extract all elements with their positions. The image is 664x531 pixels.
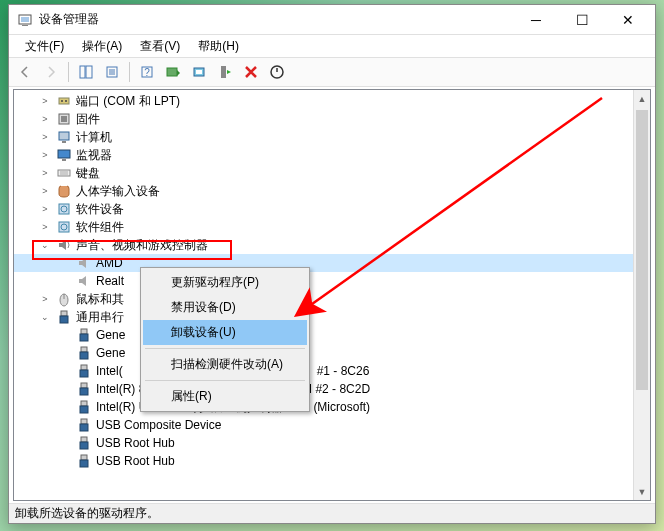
svg-rect-50 [81, 455, 87, 460]
tree-item-label: Gene [96, 326, 129, 344]
tree-item[interactable]: >鼠标和其 [14, 290, 650, 308]
svg-rect-49 [80, 442, 88, 449]
back-button[interactable] [13, 60, 37, 84]
tree-item[interactable]: Gene [14, 344, 650, 362]
tree-item-label: 软件组件 [76, 218, 128, 236]
svg-text:?: ? [144, 67, 150, 78]
vertical-scrollbar[interactable]: ▲ ▼ [633, 90, 650, 500]
software-icon [56, 201, 72, 217]
tree-item-label: 键盘 [76, 164, 104, 182]
svg-rect-2 [22, 25, 28, 26]
svg-point-18 [65, 100, 67, 102]
svg-rect-16 [59, 98, 69, 104]
expand-icon[interactable]: > [38, 112, 52, 126]
tree-item[interactable]: Realt [14, 272, 650, 290]
context-separator [145, 348, 305, 349]
tree-item[interactable]: Intel(#1 - 8C26 [14, 362, 650, 380]
tree-item[interactable]: AMD [14, 254, 650, 272]
tree-item-tail: #1 - 8C26 [317, 362, 370, 380]
tree-item-label: 软件设备 [76, 200, 128, 218]
tree-item[interactable]: >软件组件 [14, 218, 650, 236]
menu-help[interactable]: 帮助(H) [190, 36, 247, 57]
tree-item-label: 固件 [76, 110, 104, 128]
close-button[interactable]: ✕ [605, 6, 651, 34]
tree-item[interactable]: >计算机 [14, 128, 650, 146]
no-expand [58, 346, 72, 360]
context-properties[interactable]: 属性(R) [143, 384, 307, 409]
tree-item[interactable]: ⌄通用串行 [14, 308, 650, 326]
tree-item-label: 人体学输入设备 [76, 182, 164, 200]
svg-rect-23 [58, 150, 70, 158]
expand-icon[interactable]: > [38, 202, 52, 216]
show-hide-tree-button[interactable] [74, 60, 98, 84]
svg-rect-25 [58, 170, 70, 176]
collapse-icon[interactable]: ⌄ [38, 238, 52, 252]
scroll-down-arrow[interactable]: ▼ [634, 483, 650, 500]
app-icon [17, 12, 33, 28]
svg-rect-24 [62, 159, 66, 161]
tree-item[interactable]: Intel(R) 8 Series/C220 Series USB EHCI #… [14, 380, 650, 398]
tree-item[interactable]: Gene [14, 326, 650, 344]
tree-item-label: USB Composite Device [96, 416, 225, 434]
device-tree[interactable]: >端口 (COM 和 LPT)>固件>计算机>监视器>键盘>人体学输入设备>软件… [14, 90, 650, 472]
menu-view[interactable]: 查看(V) [132, 36, 188, 57]
tree-item[interactable]: >端口 (COM 和 LPT) [14, 92, 650, 110]
sound-icon [56, 237, 72, 253]
tree-item[interactable]: >人体学输入设备 [14, 182, 650, 200]
tree-item[interactable]: >固件 [14, 110, 650, 128]
context-update-driver[interactable]: 更新驱动程序(P) [143, 270, 307, 295]
update-driver-button[interactable] [161, 60, 185, 84]
properties-button[interactable] [100, 60, 124, 84]
svg-rect-42 [81, 383, 87, 388]
menu-action[interactable]: 操作(A) [74, 36, 130, 57]
context-disable-device[interactable]: 禁用设备(D) [143, 295, 307, 320]
svg-rect-14 [221, 66, 226, 78]
svg-rect-51 [80, 460, 88, 467]
expand-icon[interactable]: > [38, 94, 52, 108]
tree-item-label: 通用串行 [76, 308, 128, 326]
tree-item[interactable]: USB Composite Device [14, 416, 650, 434]
keyboard-icon [56, 165, 72, 181]
tree-item[interactable]: USB Root Hub [14, 452, 650, 470]
forward-button[interactable] [39, 60, 63, 84]
speaker-icon [76, 273, 92, 289]
usbdev-icon [76, 417, 92, 433]
scroll-thumb[interactable] [636, 110, 648, 390]
collapse-icon[interactable]: ⌄ [38, 310, 52, 324]
software-icon [56, 219, 72, 235]
svg-rect-47 [80, 424, 88, 431]
usbdev-icon [76, 345, 92, 361]
expand-icon[interactable]: > [38, 148, 52, 162]
port-icon [56, 93, 72, 109]
svg-rect-20 [61, 116, 67, 122]
tree-item[interactable]: Intel(R) USB 3.0 可扩展主机控制器 - 1.0 (Microso… [14, 398, 650, 416]
tree-item[interactable]: USB Root Hub [14, 434, 650, 452]
help-button[interactable]: ? [135, 60, 159, 84]
minimize-button[interactable]: ─ [513, 6, 559, 34]
expand-icon[interactable]: > [38, 130, 52, 144]
expand-icon[interactable]: > [38, 292, 52, 306]
uninstall-button[interactable] [239, 60, 263, 84]
expand-icon[interactable]: > [38, 166, 52, 180]
expand-icon[interactable]: > [38, 184, 52, 198]
enable-device-button[interactable] [213, 60, 237, 84]
svg-rect-4 [86, 66, 92, 78]
no-expand [58, 418, 72, 432]
tree-item-label: 计算机 [76, 128, 116, 146]
context-uninstall-device[interactable]: 卸载设备(U) [143, 320, 307, 345]
context-separator [145, 380, 305, 381]
disable-button[interactable] [265, 60, 289, 84]
scan-hardware-button[interactable] [187, 60, 211, 84]
maximize-button[interactable]: ☐ [559, 6, 605, 34]
expand-icon[interactable]: > [38, 220, 52, 234]
tree-item[interactable]: >监视器 [14, 146, 650, 164]
menu-file[interactable]: 文件(F) [17, 36, 72, 57]
window-title: 设备管理器 [39, 11, 513, 28]
tree-item[interactable]: >键盘 [14, 164, 650, 182]
context-scan-hardware[interactable]: 扫描检测硬件改动(A) [143, 352, 307, 377]
scroll-up-arrow[interactable]: ▲ [634, 90, 650, 107]
svg-rect-38 [81, 347, 87, 352]
usbdev-icon [76, 327, 92, 343]
tree-item[interactable]: >软件设备 [14, 200, 650, 218]
tree-item[interactable]: ⌄声音、视频和游戏控制器 [14, 236, 650, 254]
